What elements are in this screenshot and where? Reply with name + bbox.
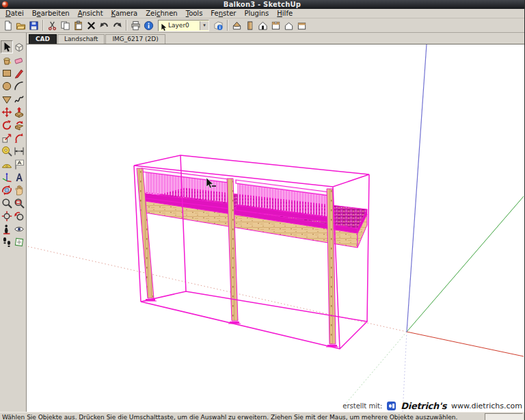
tool-make-component-button[interactable] bbox=[13, 40, 25, 53]
print-icon bbox=[131, 21, 141, 31]
view-front-icon bbox=[258, 21, 268, 31]
tool-look-around-button[interactable] bbox=[13, 222, 25, 235]
toolbar-separator bbox=[42, 20, 44, 31]
zoom-extents-icon bbox=[1, 211, 12, 222]
menu-zeichnen[interactable]: Zeichnen bbox=[142, 9, 181, 18]
tool-orbit-button[interactable] bbox=[1, 183, 13, 196]
layer-combo[interactable]: Layer0▾ bbox=[158, 20, 209, 31]
layer-combo-dropdown-icon[interactable]: ▾ bbox=[200, 21, 208, 30]
tool-follow-me-button[interactable] bbox=[13, 118, 25, 131]
view-iso-button[interactable] bbox=[230, 19, 243, 31]
view-top-button[interactable] bbox=[269, 19, 282, 31]
watermark: erstellt mit: Dietrich's www.dietrichs.c… bbox=[342, 401, 522, 411]
menu-fenster[interactable]: Fenster bbox=[206, 9, 240, 18]
measurement-box[interactable] bbox=[485, 413, 523, 420]
toolbar-separator bbox=[227, 20, 228, 31]
axes-icon bbox=[1, 172, 12, 183]
tool-3d-text-button[interactable] bbox=[13, 170, 25, 183]
3d-viewport[interactable] bbox=[27, 44, 524, 412]
zoom-icon bbox=[1, 198, 12, 209]
watermark-prefix: erstellt mit: bbox=[342, 402, 382, 410]
entity-info-button[interactable] bbox=[212, 19, 225, 31]
tool-zoom-button[interactable] bbox=[1, 196, 13, 209]
copy-icon bbox=[60, 21, 70, 31]
tool-polygon-button[interactable] bbox=[1, 92, 13, 105]
drawing-canvas[interactable]: erstellt mit: Dietrich's www.dietrichs.c… bbox=[27, 44, 524, 412]
tool-tape-measure-button[interactable] bbox=[1, 144, 13, 157]
paste-button[interactable] bbox=[72, 19, 85, 31]
menu-datei[interactable]: Datei bbox=[1, 9, 28, 18]
undo-icon bbox=[99, 21, 109, 31]
freehand-icon bbox=[14, 94, 25, 105]
delete-icon bbox=[86, 21, 96, 31]
tool-freehand-button[interactable] bbox=[13, 92, 25, 105]
tool-previous-button[interactable] bbox=[13, 209, 25, 222]
watermark-brand: Dietrich's bbox=[401, 401, 446, 411]
tool-text-button[interactable] bbox=[13, 157, 25, 170]
balcony-model[interactable] bbox=[134, 155, 369, 349]
tool-push-pull-button[interactable] bbox=[13, 105, 25, 118]
move-icon bbox=[1, 107, 12, 118]
menu-tools[interactable]: Tools bbox=[182, 9, 207, 18]
tool-walk-button[interactable] bbox=[1, 235, 13, 248]
tool-zoom-window-button[interactable] bbox=[13, 196, 25, 209]
tool-scale-button[interactable] bbox=[1, 131, 13, 144]
previous-icon bbox=[14, 211, 25, 222]
tool-line-button[interactable] bbox=[13, 66, 25, 79]
save-button[interactable] bbox=[27, 19, 40, 31]
tool-paint-bucket-button[interactable] bbox=[1, 53, 13, 66]
redo-button[interactable] bbox=[111, 19, 124, 31]
print-button[interactable] bbox=[129, 19, 142, 31]
tool-zoom-extents-button[interactable] bbox=[1, 209, 13, 222]
view-back-button[interactable] bbox=[282, 19, 295, 31]
new-file-button[interactable] bbox=[1, 19, 14, 31]
position-camera-icon bbox=[1, 224, 12, 235]
orbit-icon bbox=[1, 185, 12, 196]
view-top-icon bbox=[271, 21, 281, 31]
menu-ansicht[interactable]: Ansicht bbox=[74, 9, 107, 18]
menu-hilfe[interactable]: Hilfe bbox=[273, 9, 297, 18]
view-right-button[interactable] bbox=[243, 19, 256, 31]
tool-position-camera-button[interactable] bbox=[1, 222, 13, 235]
menu-kamera[interactable]: Kamera bbox=[107, 9, 142, 18]
toolbar-separator bbox=[126, 20, 127, 31]
paste-icon bbox=[73, 21, 83, 31]
scene-tab-landschaft[interactable]: Landschaft bbox=[57, 34, 105, 44]
polygon-icon bbox=[1, 94, 12, 105]
line-icon bbox=[14, 68, 25, 79]
menu-plugins[interactable]: Plugins bbox=[240, 9, 273, 18]
view-left-icon bbox=[297, 21, 307, 31]
tool-rotate-button[interactable] bbox=[1, 118, 13, 131]
scene-tab-strip: CADLandschaftIMG_6217 (2D) bbox=[27, 33, 524, 44]
view-left-button[interactable] bbox=[295, 19, 308, 31]
tool-axes-button[interactable] bbox=[1, 170, 13, 183]
open-folder-button[interactable] bbox=[14, 19, 27, 31]
delete-button[interactable] bbox=[85, 19, 98, 31]
tool-offset-button[interactable] bbox=[13, 131, 25, 144]
view-front-button[interactable] bbox=[256, 19, 269, 31]
tool-dimension-button[interactable] bbox=[13, 144, 25, 157]
text-icon bbox=[14, 159, 25, 170]
tool-section-plane-button[interactable] bbox=[13, 235, 25, 248]
undo-button[interactable] bbox=[98, 19, 111, 31]
status-message: Wählen Sie Objekte aus. Drücken Sie die … bbox=[0, 414, 457, 420]
scene-tab-cad[interactable]: CAD bbox=[29, 34, 57, 44]
zoom-window-icon bbox=[14, 198, 25, 209]
tool-rectangle-button[interactable] bbox=[1, 66, 13, 79]
tool-circle-button[interactable] bbox=[1, 79, 13, 92]
tool-arc-button[interactable] bbox=[13, 79, 25, 92]
tool-select-button[interactable] bbox=[1, 40, 13, 53]
scene-tab-img-6217-2d-[interactable]: IMG_6217 (2D) bbox=[105, 34, 165, 44]
walk-icon bbox=[1, 237, 12, 248]
tool-protractor-button[interactable] bbox=[1, 157, 13, 170]
select-icon bbox=[1, 42, 12, 53]
copy-button[interactable] bbox=[59, 19, 72, 31]
rotate-icon bbox=[1, 120, 12, 131]
arc-icon bbox=[14, 81, 25, 92]
menu-bearbeiten[interactable]: Bearbeiten bbox=[28, 9, 74, 18]
cut-button[interactable] bbox=[46, 19, 59, 31]
tool-pan-button[interactable] bbox=[13, 183, 25, 196]
model-info-button[interactable] bbox=[142, 19, 155, 31]
tool-move-button[interactable] bbox=[1, 105, 13, 118]
tool-eraser-button[interactable] bbox=[13, 53, 25, 66]
